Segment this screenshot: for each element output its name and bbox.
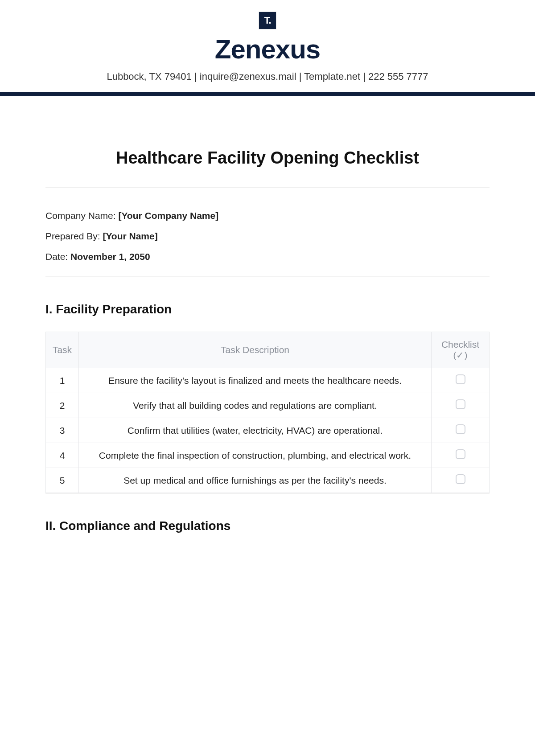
meta-date: Date: November 1, 2050 xyxy=(45,251,490,262)
th-check: Checklist (✓) xyxy=(432,332,490,368)
table-row: 1 Ensure the facility's layout is finali… xyxy=(46,368,490,393)
th-desc: Task Description xyxy=(79,332,432,368)
task-num: 4 xyxy=(46,443,79,468)
table-row: 4 Complete the final inspection of const… xyxy=(46,443,490,468)
task-check-cell xyxy=(432,393,490,418)
checkbox[interactable] xyxy=(456,374,465,384)
checkbox[interactable] xyxy=(456,424,465,434)
task-check-cell xyxy=(432,418,490,443)
meta-prepared-label: Prepared By: xyxy=(45,231,103,241)
meta-block: Company Name: [Your Company Name] Prepar… xyxy=(45,210,490,262)
checkbox[interactable] xyxy=(456,474,465,484)
section-title-2: II. Compliance and Regulations xyxy=(45,519,490,533)
task-check-cell xyxy=(432,468,490,493)
task-check-cell xyxy=(432,368,490,393)
title-divider xyxy=(45,187,490,188)
checklist-table-1: Task Task Description Checklist (✓) 1 En… xyxy=(45,332,490,493)
table-row: 5 Set up medical and office furnishings … xyxy=(46,468,490,493)
table-row: 3 Confirm that utilities (water, electri… xyxy=(46,418,490,443)
task-num: 1 xyxy=(46,368,79,393)
header-rule xyxy=(0,92,535,96)
logo-icon: T. xyxy=(259,12,276,29)
meta-company: Company Name: [Your Company Name] xyxy=(45,210,490,221)
task-desc: Ensure the facility's layout is finalize… xyxy=(79,368,432,393)
task-num: 5 xyxy=(46,468,79,493)
section-divider-1 xyxy=(45,493,490,494)
task-desc: Set up medical and office furnishings as… xyxy=(79,468,432,493)
task-num: 2 xyxy=(46,393,79,418)
company-name: Zenexus xyxy=(0,34,535,65)
checkbox[interactable] xyxy=(456,449,465,459)
task-desc: Complete the final inspection of constru… xyxy=(79,443,432,468)
section-title-1: I. Facility Preparation xyxy=(45,302,490,316)
meta-prepared-value: [Your Name] xyxy=(103,231,157,241)
task-check-cell xyxy=(432,443,490,468)
table-row: 2 Verify that all building codes and reg… xyxy=(46,393,490,418)
contact-line: Lubbock, TX 79401 | inquire@zenexus.mail… xyxy=(0,71,535,82)
meta-date-value: November 1, 2050 xyxy=(70,251,150,262)
task-desc: Confirm that utilities (water, electrici… xyxy=(79,418,432,443)
meta-company-value: [Your Company Name] xyxy=(118,210,218,221)
meta-company-label: Company Name: xyxy=(45,210,118,221)
document-title: Healthcare Facility Opening Checklist xyxy=(45,148,490,168)
logo-text: T. xyxy=(264,15,271,26)
meta-prepared: Prepared By: [Your Name] xyxy=(45,231,490,242)
document-page: T. Zenexus Lubbock, TX 79401 | inquire@z… xyxy=(0,0,535,533)
meta-date-label: Date: xyxy=(45,251,70,262)
content-area: Healthcare Facility Opening Checklist Co… xyxy=(0,148,535,533)
checkbox[interactable] xyxy=(456,399,465,409)
th-task: Task xyxy=(46,332,79,368)
meta-divider xyxy=(45,276,490,277)
task-num: 3 xyxy=(46,418,79,443)
task-desc: Verify that all building codes and regul… xyxy=(79,393,432,418)
